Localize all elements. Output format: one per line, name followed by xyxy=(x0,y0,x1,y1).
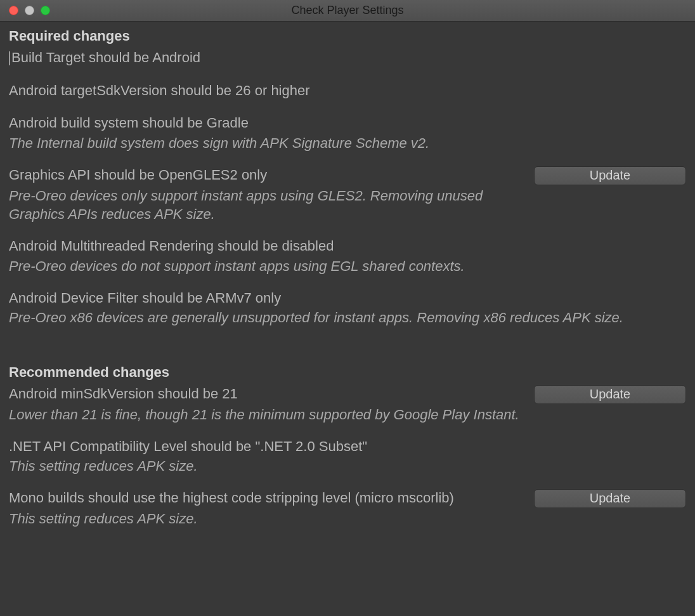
setting-description: The Internal build system does sign with… xyxy=(9,134,675,153)
setting-item: Android Multithreaded Rendering should b… xyxy=(9,237,686,275)
setting-description: This setting reduces APK size. xyxy=(9,509,675,528)
maximize-window-button[interactable] xyxy=(41,6,50,15)
recommended-changes-heading: Recommended changes xyxy=(9,364,686,381)
setting-title: .NET API Compatibility Level should be "… xyxy=(9,437,686,456)
window-title: Check Player Settings xyxy=(8,4,687,17)
update-button[interactable]: Update xyxy=(534,166,686,185)
setting-title: Android targetSdkVersion should be 26 or… xyxy=(9,81,686,100)
setting-item: Android minSdkVersion should be 21 Updat… xyxy=(9,384,686,424)
setting-title: Android Device Filter should be ARMv7 on… xyxy=(9,289,686,308)
text-cursor xyxy=(9,51,10,65)
setting-title: Mono builds should use the highest code … xyxy=(9,488,524,508)
setting-item: Build Target should be Android xyxy=(9,48,686,67)
setting-description: Pre-Oreo devices do not support instant … xyxy=(9,257,675,276)
setting-description: Pre-Oreo devices only support instant ap… xyxy=(9,187,529,224)
setting-item: Android targetSdkVersion should be 26 or… xyxy=(9,81,686,100)
setting-item: Android Device Filter should be ARMv7 on… xyxy=(9,289,686,327)
setting-title: Graphics API should be OpenGLES2 only xyxy=(9,166,524,185)
required-changes-heading: Required changes xyxy=(9,28,686,44)
setting-description: This setting reduces APK size. xyxy=(9,457,675,476)
window-titlebar: Check Player Settings xyxy=(0,0,695,22)
setting-description: Pre-Oreo x86 devices are generally unsup… xyxy=(9,308,675,327)
setting-title: Build Target should be Android xyxy=(9,48,686,67)
minimize-window-button[interactable] xyxy=(25,6,34,15)
setting-item: .NET API Compatibility Level should be "… xyxy=(9,437,686,476)
update-button[interactable]: Update xyxy=(534,385,686,404)
update-button[interactable]: Update xyxy=(534,489,686,508)
setting-item: Graphics API should be OpenGLES2 only Up… xyxy=(9,166,686,224)
traffic-lights xyxy=(9,6,50,15)
content-area: Required changes Build Target should be … xyxy=(0,22,695,550)
setting-description: Lower than 21 is fine, though 21 is the … xyxy=(9,405,529,424)
setting-item: Mono builds should use the highest code … xyxy=(9,488,686,528)
setting-title: Android build system should be Gradle xyxy=(9,114,686,133)
setting-item: Android build system should be Gradle Th… xyxy=(9,114,686,152)
close-window-button[interactable] xyxy=(9,6,18,15)
setting-title: Android Multithreaded Rendering should b… xyxy=(9,237,686,256)
setting-title: Android minSdkVersion should be 21 xyxy=(9,384,524,403)
